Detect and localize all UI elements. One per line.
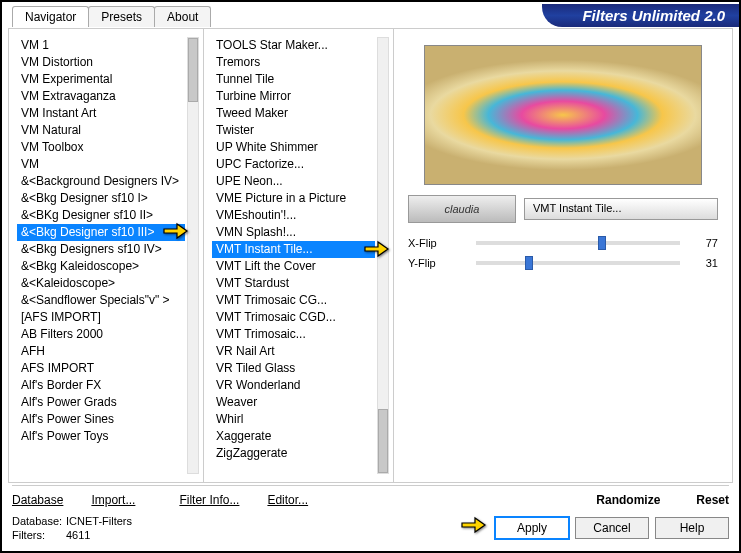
category-item[interactable]: Alf's Power Grads	[17, 394, 185, 411]
filter-name-row: claudia VMT Instant Tile...	[408, 195, 718, 223]
category-item[interactable]: &<Sandflower Specials"v" >	[17, 292, 185, 309]
cancel-button[interactable]: Cancel	[575, 517, 649, 539]
filter-item[interactable]: Xaggerate	[212, 428, 375, 445]
tab-strip: Navigator Presets About	[12, 6, 210, 27]
db-label: Database:	[12, 514, 66, 528]
filter-item[interactable]: VME Picture in a Picture	[212, 190, 375, 207]
brand-logo: claudia	[408, 195, 516, 223]
param-slider[interactable]	[476, 261, 680, 265]
category-item[interactable]: Alf's Border FX	[17, 377, 185, 394]
randomize-button[interactable]: Randomize	[596, 493, 660, 507]
filter-item[interactable]: VR Wonderland	[212, 377, 375, 394]
filter-item[interactable]: UPC Factorize...	[212, 156, 375, 173]
category-item[interactable]: &<Bkg Designer sf10 III>	[17, 224, 185, 241]
scrollbar-thumb[interactable]	[378, 409, 388, 473]
category-item[interactable]: VM Instant Art	[17, 105, 185, 122]
filter-item[interactable]: Whirl	[212, 411, 375, 428]
filter-item[interactable]: UPE Neon...	[212, 173, 375, 190]
help-button[interactable]: Help	[655, 517, 729, 539]
category-list[interactable]: VM 1VM DistortionVM ExperimentalVM Extra…	[17, 37, 185, 474]
filter-item[interactable]: VMT Trimosaic CG...	[212, 292, 375, 309]
tab-presets[interactable]: Presets	[88, 6, 155, 27]
filter-item[interactable]: Tremors	[212, 54, 375, 71]
param-row: Y-Flip31	[408, 253, 718, 273]
scrollbar-thumb[interactable]	[188, 38, 198, 102]
filter-name-field: VMT Instant Tile...	[524, 198, 718, 220]
import-button[interactable]: Import...	[91, 493, 135, 507]
filters-label: Filters:	[12, 528, 66, 542]
param-value: 77	[688, 237, 718, 249]
filter-item[interactable]: ZigZaggerate	[212, 445, 375, 462]
db-value: ICNET-Filters	[66, 515, 132, 527]
param-slider[interactable]	[476, 241, 680, 245]
filter-item[interactable]: TOOLS Star Maker...	[212, 37, 375, 54]
tab-about[interactable]: About	[154, 6, 211, 27]
reset-button[interactable]: Reset	[696, 493, 729, 507]
editor-button[interactable]: Editor...	[267, 493, 308, 507]
parameter-panel: X-Flip77Y-Flip31	[408, 233, 718, 474]
preview-pane: claudia VMT Instant Tile... X-Flip77Y-Fl…	[394, 29, 732, 482]
filter-item[interactable]: Weaver	[212, 394, 375, 411]
footer-info: Database:ICNET-Filters Filters:4611	[12, 514, 132, 542]
filter-preview	[424, 45, 702, 185]
filters-count: 4611	[66, 529, 90, 541]
category-item[interactable]: VM 1	[17, 37, 185, 54]
filter-info-button[interactable]: Filter Info...	[179, 493, 239, 507]
footer: Database:ICNET-Filters Filters:4611 Appl…	[12, 511, 729, 545]
param-label: Y-Flip	[408, 257, 468, 269]
category-item[interactable]: Alf's Power Toys	[17, 428, 185, 445]
toolbar: Database Import... Filter Info... Editor…	[12, 485, 729, 509]
filter-item[interactable]: VMT Stardust	[212, 275, 375, 292]
slider-handle[interactable]	[598, 236, 606, 250]
filter-item[interactable]: VMT Trimosaic...	[212, 326, 375, 343]
filter-item[interactable]: UP White Shimmer	[212, 139, 375, 156]
category-item[interactable]: &<Bkg Designers sf10 IV>	[17, 241, 185, 258]
category-item[interactable]: AFH	[17, 343, 185, 360]
category-item[interactable]: Alf's Power Sines	[17, 411, 185, 428]
apply-button[interactable]: Apply	[495, 517, 569, 539]
filter-item[interactable]: VMEshoutin'!...	[212, 207, 375, 224]
param-label: X-Flip	[408, 237, 468, 249]
filter-pane: TOOLS Star Maker...TremorsTunnel TileTur…	[204, 29, 394, 482]
filter-item[interactable]: Twister	[212, 122, 375, 139]
filter-item[interactable]: Tweed Maker	[212, 105, 375, 122]
category-item[interactable]: &<Bkg Designer sf10 I>	[17, 190, 185, 207]
filter-item[interactable]: Turbine Mirror	[212, 88, 375, 105]
category-item[interactable]: AFS IMPORT	[17, 360, 185, 377]
filter-item[interactable]: VMT Trimosaic CGD...	[212, 309, 375, 326]
filter-item[interactable]: VMT Instant Tile...	[212, 241, 375, 258]
title-bar: Filters Unlimited 2.0	[542, 2, 739, 28]
param-row: X-Flip77	[408, 233, 718, 253]
category-item[interactable]: &<BKg Designer sf10 II>	[17, 207, 185, 224]
filter-scrollbar[interactable]	[377, 37, 389, 474]
content-area: VM 1VM DistortionVM ExperimentalVM Extra…	[8, 28, 733, 483]
category-item[interactable]: VM Distortion	[17, 54, 185, 71]
category-item[interactable]: VM Natural	[17, 122, 185, 139]
tab-navigator[interactable]: Navigator	[12, 6, 89, 27]
category-item[interactable]: &<Bkg Kaleidoscope>	[17, 258, 185, 275]
category-item[interactable]: &<Background Designers IV>	[17, 173, 185, 190]
slider-handle[interactable]	[525, 256, 533, 270]
filter-item[interactable]: VR Tiled Glass	[212, 360, 375, 377]
category-item[interactable]: [AFS IMPORT]	[17, 309, 185, 326]
param-value: 31	[688, 257, 718, 269]
filter-item[interactable]: Tunnel Tile	[212, 71, 375, 88]
pointer-icon	[459, 515, 487, 535]
app-title: Filters Unlimited 2.0	[542, 4, 739, 27]
filter-item[interactable]: VMN Splash!...	[212, 224, 375, 241]
category-scrollbar[interactable]	[187, 37, 199, 474]
category-item[interactable]: VM Extravaganza	[17, 88, 185, 105]
filter-item[interactable]: VMT Lift the Cover	[212, 258, 375, 275]
category-item[interactable]: VM Experimental	[17, 71, 185, 88]
filter-list[interactable]: TOOLS Star Maker...TremorsTunnel TileTur…	[212, 37, 375, 474]
app-window: Navigator Presets About Filters Unlimite…	[2, 2, 739, 551]
category-item[interactable]: VM Toolbox	[17, 139, 185, 156]
filter-item[interactable]: VR Nail Art	[212, 343, 375, 360]
category-item[interactable]: VM	[17, 156, 185, 173]
category-item[interactable]: &<Kaleidoscope>	[17, 275, 185, 292]
database-button[interactable]: Database	[12, 493, 63, 507]
category-pane: VM 1VM DistortionVM ExperimentalVM Extra…	[9, 29, 204, 482]
category-item[interactable]: AB Filters 2000	[17, 326, 185, 343]
